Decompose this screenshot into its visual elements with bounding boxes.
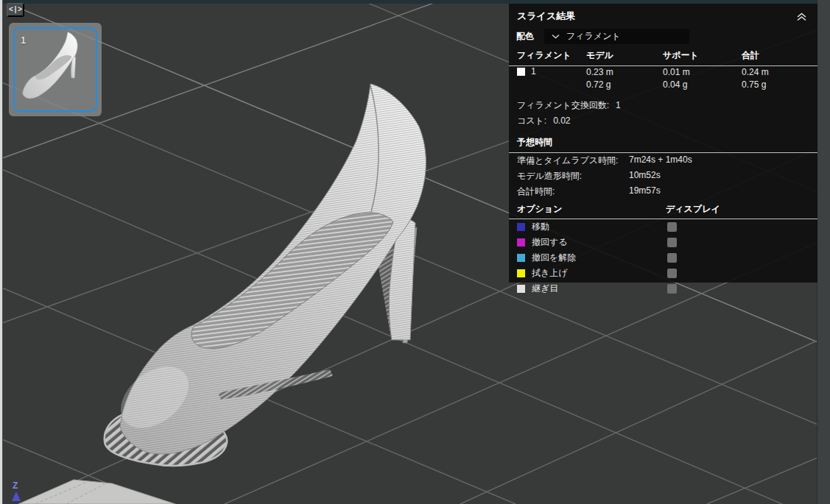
color-scheme-label: 配色 — [516, 30, 534, 43]
right-panel-edge[interactable] — [817, 0, 830, 504]
filament-id: 1 — [531, 66, 536, 77]
total-time: 合計時間: 19m57s — [509, 184, 817, 199]
panel-title: スライス結果 — [517, 10, 575, 23]
travel-color-swatch — [517, 223, 525, 231]
option-travel: 移動 — [509, 219, 817, 235]
travel-display-checkbox[interactable] — [667, 222, 677, 232]
col-filament: フィラメント — [517, 49, 571, 62]
code-toggle-icon[interactable]: <|> — [7, 3, 24, 17]
unretract-display-checkbox[interactable] — [667, 253, 677, 263]
estimated-time-title: 予想時間 — [509, 129, 817, 152]
slice-result-panel: スライス結果 配色 フィラメント フィラメント モデル サポート 合計 — [509, 4, 817, 283]
model-usage: 0.23 m 0.72 g — [586, 66, 613, 91]
axis-indicator: Z — [12, 480, 21, 501]
cost: コスト:0.02 — [509, 114, 817, 129]
left-panel-edge[interactable] — [0, 0, 3, 504]
chevron-down-icon — [552, 34, 560, 39]
plate-thumbnail[interactable]: 1 — [9, 23, 102, 116]
color-scheme-select[interactable]: フィラメント — [544, 29, 689, 44]
col-model: モデル — [586, 49, 613, 62]
3d-viewport[interactable]: Z <|> — [0, 0, 830, 504]
options-header: オプション ディスプレイ — [509, 203, 817, 219]
option-wipe: 拭き上げ — [509, 266, 817, 281]
col-support: サポート — [663, 49, 699, 62]
option-seam: 継ぎ目 — [509, 281, 817, 297]
col-total: 合計 — [742, 49, 759, 62]
support-usage: 0.01 m 0.04 g — [663, 66, 690, 91]
total-usage: 0.24 m 0.75 g — [742, 66, 769, 91]
seam-display-checkbox[interactable] — [667, 284, 677, 294]
build-plate-corner — [18, 480, 175, 504]
plate-index: 1 — [21, 35, 26, 46]
model-print-time: モデル造形時間: 10m52s — [509, 168, 817, 184]
unretract-color-swatch — [517, 254, 525, 262]
wipe-display-checkbox[interactable] — [667, 269, 677, 278]
filament-change-count: フィラメント交換回数:1 — [509, 99, 817, 114]
retract-display-checkbox[interactable] — [667, 238, 677, 247]
retract-color-swatch — [517, 238, 525, 246]
collapse-panel-button[interactable] — [796, 12, 807, 21]
wipe-color-swatch — [517, 269, 525, 277]
filament-color-swatch — [517, 68, 525, 76]
filament-row: 1 0.23 m 0.72 g 0.01 m 0.04 g 0.24 m 0.7… — [509, 66, 817, 99]
chevron-double-up-icon — [796, 12, 807, 21]
sliced-model-shoe — [105, 84, 426, 466]
prepare-timelapse-time: 準備とタイムラプス時間: 7m24s + 1m40s — [509, 153, 817, 168]
filament-table-header: フィラメント モデル サポート 合計 — [509, 49, 817, 63]
axis-z-label: Z — [13, 480, 18, 491]
option-unretract: 撤回を解除 — [509, 250, 817, 266]
axis-z-arrow-icon — [12, 491, 21, 501]
option-retract: 撤回する — [509, 235, 817, 250]
seam-color-swatch — [517, 285, 525, 293]
color-scheme-value: フィラメント — [566, 30, 621, 43]
